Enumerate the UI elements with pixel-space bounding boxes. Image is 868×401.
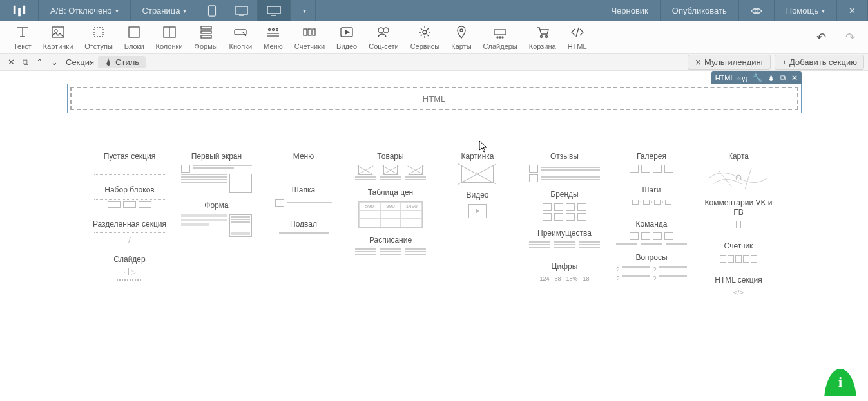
logo[interactable]: [0, 0, 39, 21]
tool-counters[interactable]: Счетчики: [294, 24, 325, 50]
add-section-button[interactable]: + Добавить секцию: [775, 55, 864, 70]
template-gallery[interactable]: Галерея: [613, 152, 690, 178]
svg-point-8: [755, 9, 758, 12]
template-split-section[interactable]: Разделенная секция/: [91, 219, 168, 247]
template-block-set[interactable]: Набор блоков: [91, 185, 168, 211]
tool-forms[interactable]: Формы: [195, 24, 218, 50]
svg-rect-6: [267, 6, 280, 14]
canvas: HTML код 🔧 🌢 ⧉ ✕ HTML Пустая секция Набо…: [0, 71, 868, 309]
svg-point-35: [502, 37, 503, 38]
svg-rect-12: [129, 27, 139, 37]
undo-button[interactable]: ↶: [816, 30, 826, 44]
device-desktop[interactable]: [258, 0, 291, 21]
preview-button[interactable]: [739, 0, 775, 21]
template-team[interactable]: Команда: [613, 219, 690, 245]
template-reviews[interactable]: Отзывы: [526, 152, 603, 182]
tool-video[interactable]: Видео: [336, 24, 357, 50]
tool-social[interactable]: Соц-сети: [369, 24, 398, 50]
tool-html[interactable]: HTML: [568, 24, 587, 50]
page-dropdown[interactable]: Страница ▾: [131, 0, 199, 21]
status-label: Черновик: [599, 0, 660, 21]
chevron-down-icon: ▾: [822, 7, 825, 14]
help-dropdown[interactable]: Помощь ▾: [775, 0, 837, 21]
chevron-down-icon: ▾: [183, 7, 186, 14]
svg-rect-2: [23, 5, 25, 14]
template-video[interactable]: Видео: [439, 191, 516, 218]
template-faq[interactable]: Вопросы????: [613, 253, 690, 282]
section-up-icon[interactable]: ⌃: [32, 54, 47, 70]
template-slider[interactable]: Слайдер◦▷: [91, 255, 168, 281]
chevron-down-icon: ▾: [115, 7, 119, 14]
svg-point-10: [55, 30, 57, 32]
copy-icon[interactable]: ⧉: [780, 73, 786, 82]
template-comments[interactable]: Комментарии VK и FB: [700, 198, 777, 234]
tool-blocks[interactable]: Блоки: [124, 24, 144, 50]
html-block-placeholder: HTML: [423, 94, 445, 104]
template-features[interactable]: Преимущества: [526, 228, 603, 254]
svg-point-34: [499, 37, 501, 38]
shuffle-icon: ⤨: [695, 57, 702, 67]
tool-cart[interactable]: Корзина: [529, 24, 556, 50]
droplet-icon[interactable]: 🌢: [767, 73, 775, 82]
template-steps[interactable]: Шаги›››: [613, 185, 690, 211]
template-empty-section[interactable]: Пустая секция: [91, 152, 168, 178]
template-header[interactable]: Шапка: [265, 185, 342, 211]
svg-point-19: [268, 29, 270, 31]
svg-rect-11: [94, 28, 103, 37]
template-map[interactable]: Карта: [700, 152, 777, 191]
tool-spacing[interactable]: Отступы: [84, 24, 113, 50]
svg-point-31: [460, 29, 463, 32]
svg-rect-1: [18, 8, 21, 16]
svg-rect-24: [304, 29, 307, 35]
style-button[interactable]: 🌢 Стиль: [98, 56, 146, 68]
tool-maps[interactable]: Карты: [451, 24, 471, 50]
template-products[interactable]: Товары: [352, 152, 429, 180]
publish-button[interactable]: Опубликовать: [661, 0, 739, 21]
redo-button[interactable]: ↷: [845, 30, 855, 44]
templates-grid: Пустая секция Набор блоков Разделенная с…: [91, 152, 777, 309]
tool-buttons[interactable]: Кнопки: [229, 24, 253, 50]
svg-point-21: [276, 29, 278, 31]
html-block[interactable]: HTML: [67, 84, 802, 113]
close-icon: ✕: [849, 6, 856, 15]
ab-toggle[interactable]: A/B: Отключено ▾: [39, 0, 131, 21]
close-button[interactable]: ✕: [837, 0, 868, 21]
tool-sliders[interactable]: Слайдеры: [483, 24, 517, 50]
template-html-section[interactable]: HTML секция</>: [700, 275, 777, 301]
tool-menu[interactable]: Меню: [264, 24, 283, 50]
tool-text[interactable]: Текст: [14, 24, 32, 50]
svg-rect-17: [201, 35, 211, 38]
template-brands[interactable]: Бренды: [526, 190, 603, 220]
tool-columns[interactable]: Колонки: [156, 24, 183, 50]
section-label: Секция: [66, 57, 94, 67]
info-icon: i: [838, 374, 842, 391]
template-image[interactable]: Картинка: [439, 152, 516, 183]
svg-point-20: [272, 29, 274, 31]
device-mobile[interactable]: [198, 0, 226, 21]
info-fab[interactable]: i: [824, 369, 856, 401]
plus-icon: +: [782, 57, 787, 67]
wrench-icon[interactable]: 🔧: [753, 73, 762, 82]
template-form[interactable]: Форма: [178, 201, 255, 236]
template-price-table[interactable]: Таблица цен5908901490: [352, 188, 429, 227]
section-down-icon[interactable]: ⌄: [47, 54, 62, 70]
device-more[interactable]: ▾: [291, 0, 316, 21]
section-close-icon[interactable]: ✕: [4, 54, 19, 70]
template-hero[interactable]: Первый экран: [178, 152, 255, 193]
device-tablet[interactable]: [226, 0, 258, 21]
template-footer[interactable]: Подвал: [265, 219, 342, 245]
section-copy-icon[interactable]: ⧉: [19, 54, 32, 70]
template-schedule[interactable]: Расписание: [352, 236, 429, 261]
close-icon[interactable]: ✕: [791, 73, 798, 82]
tool-services[interactable]: Сервисы: [410, 24, 440, 50]
svg-point-36: [540, 36, 542, 38]
multilanding-button[interactable]: ⤨ Мультилендинг: [688, 55, 771, 70]
svg-rect-4: [236, 6, 247, 14]
template-menu[interactable]: Меню: [265, 152, 342, 178]
ab-label: A/B: Отключено: [50, 6, 112, 15]
svg-rect-3: [209, 5, 216, 15]
tool-images[interactable]: Картинки: [43, 24, 73, 50]
svg-point-37: [545, 36, 547, 38]
template-counter[interactable]: Счетчик: [700, 241, 777, 267]
template-numbers[interactable]: Цифры1248818%18: [526, 262, 603, 288]
